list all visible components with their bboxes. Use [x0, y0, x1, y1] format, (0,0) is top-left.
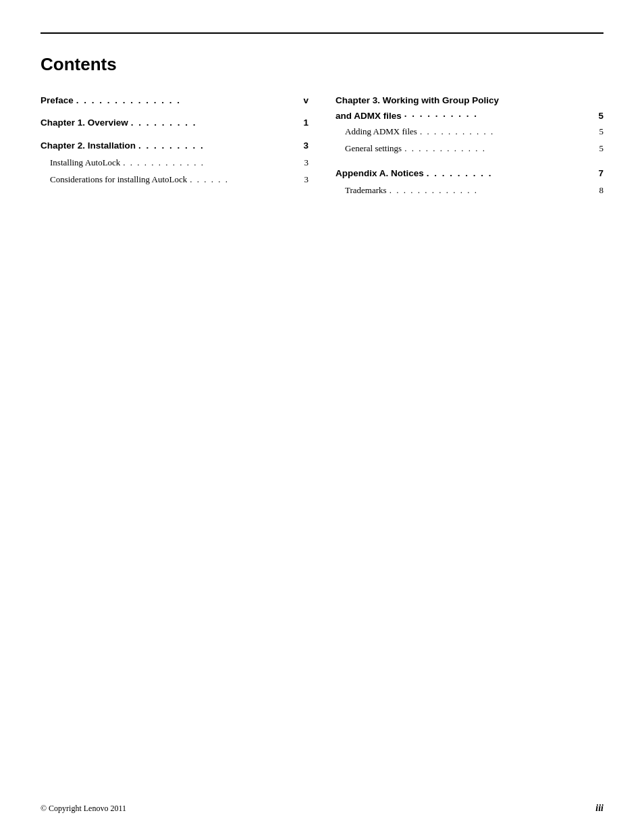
toc-container: Preface . . . . . . . . . . . . . . v Ch… — [41, 94, 603, 201]
toc-entry-appendixa[interactable]: Appendix A. Notices . . . . . . . . . 7 — [336, 167, 603, 182]
toc-page-chapter3: 5 — [598, 109, 603, 123]
toc-dots-general-settings: . . . . . . . . . . . . — [404, 142, 596, 157]
toc-page-preface: v — [303, 94, 308, 107]
toc-label-trademarks: Trademarks — [345, 184, 387, 197]
toc-dots-appendixa: . . . . . . . . . — [427, 167, 596, 182]
toc-label-appendixa: Appendix A. Notices — [336, 167, 424, 180]
page-content: Contents Preface . . . . . . . . . . . .… — [41, 54, 603, 780]
toc-entry-adding-admx[interactable]: Adding ADMX files . . . . . . . . . . . … — [336, 125, 603, 140]
toc-label-general-settings: General settings — [345, 142, 402, 155]
toc-entry-general-settings[interactable]: General settings . . . . . . . . . . . .… — [336, 142, 603, 157]
toc-left-column: Preface . . . . . . . . . . . . . . v Ch… — [41, 94, 308, 201]
toc-page-installing-autolock: 3 — [304, 156, 309, 170]
toc-dots-chapter1: . . . . . . . . . — [131, 116, 301, 132]
toc-page-chapter1: 1 — [303, 116, 308, 130]
toc-label-chapter3-line1: Chapter 3. Working with Group Policy — [336, 94, 603, 107]
toc-page-general-settings: 5 — [599, 142, 604, 155]
toc-page-considerations-autolock: 3 — [304, 173, 309, 186]
toc-entry-installing-autolock[interactable]: Installing AutoLock . . . . . . . . . . … — [41, 156, 308, 172]
toc-dots-installing-autolock: . . . . . . . . . . . . — [123, 156, 301, 172]
toc-label-chapter2: Chapter 2. Installation — [41, 139, 136, 153]
footer: © Copyright Lenovo 2011 iii — [41, 803, 603, 814]
toc-page-adding-admx: 5 — [599, 125, 604, 138]
toc-label-adding-admx: Adding ADMX files — [345, 125, 417, 138]
toc-label-chapter3-line2: and ADMX files — [336, 109, 402, 123]
toc-entry-trademarks[interactable]: Trademarks . . . . . . . . . . . . . 8 — [336, 184, 603, 199]
toc-entry-considerations-autolock[interactable]: Considerations for installing AutoLock .… — [41, 173, 308, 188]
toc-dots-considerations-autolock: . . . . . . — [190, 173, 301, 188]
toc-right-column: Chapter 3. Working with Group Policy and… — [336, 94, 603, 201]
toc-entry-chapter3[interactable]: Chapter 3. Working with Group Policy and… — [336, 94, 603, 124]
toc-dots-trademarks: . . . . . . . . . . . . . — [390, 184, 597, 199]
footer-copyright: © Copyright Lenovo 2011 — [41, 804, 126, 814]
top-rule — [41, 32, 603, 34]
toc-entry-preface[interactable]: Preface . . . . . . . . . . . . . . v — [41, 94, 308, 109]
toc-label-considerations-autolock: Considerations for installing AutoLock — [50, 173, 187, 186]
toc-label-chapter1: Chapter 1. Overview — [41, 116, 128, 130]
toc-page-appendixa: 7 — [598, 167, 603, 180]
footer-page-number: iii — [595, 803, 603, 814]
toc-label-installing-autolock: Installing AutoLock — [50, 156, 120, 170]
toc-dots-chapter3: . . . . . . . . . . — [404, 107, 596, 123]
toc-chapter3-second-row: and ADMX files . . . . . . . . . . 5 — [336, 107, 603, 123]
toc-dots-preface: . . . . . . . . . . . . . . — [76, 94, 301, 109]
toc-page-chapter2: 3 — [303, 139, 308, 153]
toc-page-trademarks: 8 — [599, 184, 604, 197]
toc-dots-adding-admx: . . . . . . . . . . . — [420, 125, 597, 140]
page-title: Contents — [41, 54, 603, 75]
toc-dots-chapter2: . . . . . . . . . — [138, 139, 300, 155]
toc-entry-chapter1[interactable]: Chapter 1. Overview . . . . . . . . . 1 — [41, 116, 308, 132]
toc-entry-chapter2[interactable]: Chapter 2. Installation . . . . . . . . … — [41, 139, 308, 155]
toc-label-preface: Preface — [41, 94, 74, 107]
